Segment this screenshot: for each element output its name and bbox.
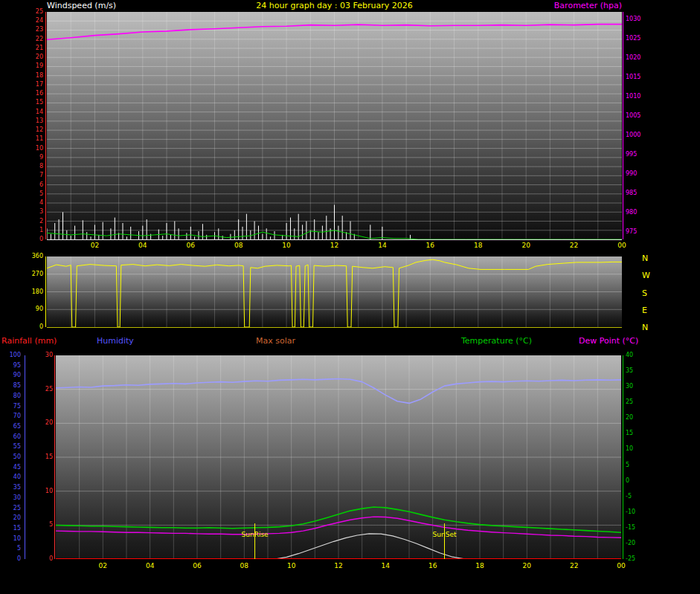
wind-barometer-chart [47, 12, 622, 239]
axis-tick-label: 7 [39, 172, 43, 178]
axis-tick-label: 20 [36, 54, 43, 60]
temperature-axis-ticks: 4035302520151050-5-10-15-20-25 [626, 355, 648, 559]
temp-humidity-chart [56, 355, 621, 559]
axis-tick-label: 14 [36, 109, 43, 115]
hour-tick-label: 20 [521, 242, 530, 249]
axis-tick-label: 975 [626, 229, 637, 235]
legend-max-solar: Max solar [256, 336, 295, 346]
axis-tick-label: 0 [17, 556, 21, 562]
sun-marker-label: SunSet [433, 531, 457, 538]
axis-tick-label: -20 [626, 540, 635, 546]
axis-tick-label: 45 [13, 465, 21, 471]
axis-tick-label: 0 [626, 478, 629, 484]
hour-tick-label: 08 [234, 242, 243, 249]
axis-tick-label: 995 [626, 152, 637, 158]
barometer-axis-title: Barometer (hpa) [47, 1, 622, 10]
axis-tick-label: -5 [626, 494, 632, 500]
axis-tick-label: 360 [32, 254, 43, 259]
compass-label-w-1: W [642, 271, 650, 280]
axis-tick-label: 270 [32, 271, 43, 277]
weather-24h-graph-screen: Windspeed (m/s) 24 hour graph day : 03 F… [0, 0, 700, 594]
hour-tick-label: 16 [428, 563, 437, 569]
compass-label-n-0: N [642, 254, 648, 262]
temperature-axis-line [623, 355, 623, 559]
hour-tick-label: 14 [382, 563, 390, 569]
compass-labels: NWSEN [642, 258, 655, 327]
axis-tick-label: 25 [13, 506, 21, 511]
axis-tick-label: 1000 [626, 132, 640, 138]
direction-axis-line [45, 256, 46, 327]
axis-tick-label: -10 [626, 509, 635, 515]
axis-tick-label: 80 [13, 393, 21, 399]
axis-tick-label: 1010 [626, 94, 640, 100]
rainfall-axis-ticks: 302520151050 [39, 355, 53, 559]
axis-tick-label: 0 [39, 236, 43, 242]
axis-tick-label: 180 [32, 289, 43, 295]
barometer-axis-ticks: 1030102510201015101010051000995990985980… [626, 12, 651, 239]
axis-tick-label: 5 [17, 546, 21, 552]
axis-tick-label: 55 [13, 444, 21, 450]
axis-tick-label: 90 [36, 306, 43, 312]
axis-tick-label: 35 [626, 368, 633, 374]
axis-tick-label: 40 [626, 352, 633, 358]
legend-temperature: Temperature (°C) [461, 336, 532, 346]
hour-tick-label: 02 [91, 242, 99, 249]
rainfall-axis-line [54, 355, 55, 559]
axis-tick-label: 1030 [626, 16, 640, 22]
axis-tick-label: 985 [626, 190, 637, 196]
axis-tick-label: 75 [13, 404, 21, 410]
axis-tick-label: 3 [39, 209, 43, 215]
axis-tick-label: -15 [626, 525, 635, 531]
axis-tick-label: 40 [13, 474, 21, 480]
axis-tick-label: 24 [36, 18, 43, 24]
axis-tick-label: 15 [45, 454, 53, 460]
compass-label-s-2: S [642, 288, 647, 297]
wind-direction-chart [47, 256, 622, 327]
axis-tick-label: 100 [10, 352, 21, 358]
hour-tick-label: 16 [426, 242, 434, 249]
direction-baseline [47, 327, 622, 328]
axis-tick-label: 0 [39, 324, 43, 330]
axis-tick-label: 25 [36, 9, 43, 15]
top-chart-hour-axis: 020406081012141618202200 [47, 242, 622, 251]
axis-tick-label: 12 [36, 127, 43, 133]
hour-tick-label: 20 [523, 563, 531, 569]
axis-tick-label: 18 [36, 73, 43, 79]
wind-direction-plot [47, 256, 622, 327]
direction-axis-ticks: 360270180900 [21, 256, 43, 327]
windspeed-axis-line [45, 12, 46, 239]
legend-humidity: Humidity [97, 336, 134, 346]
axis-tick-label: 2 [39, 219, 43, 225]
hour-tick-label: 06 [193, 563, 201, 569]
hour-tick-label: 04 [138, 242, 147, 249]
hour-tick-label: 22 [570, 563, 578, 569]
axis-tick-label: 30 [13, 495, 21, 501]
hour-tick-label: 00 [617, 563, 625, 569]
axis-tick-label: 6 [39, 182, 43, 188]
hour-tick-label: 14 [378, 242, 386, 249]
hour-tick-label: 04 [146, 563, 154, 569]
axis-tick-label: 8 [39, 164, 43, 170]
axis-tick-label: 35 [13, 485, 21, 491]
axis-tick-label: 30 [45, 352, 53, 358]
axis-tick-label: 22 [36, 36, 43, 42]
hour-tick-label: 12 [334, 563, 342, 569]
top-chart-baseline [47, 239, 622, 240]
compass-label-e-3: E [642, 306, 647, 314]
bottom-chart-hour-axis: 020406081012141618202200 [56, 563, 621, 572]
axis-tick-label: 50 [13, 454, 21, 460]
axis-tick-label: 25 [626, 399, 633, 405]
axis-tick-label: 10 [45, 488, 53, 494]
axis-tick-label: 19 [36, 63, 43, 69]
barometer-axis-line [623, 12, 623, 239]
axis-tick-label: 21 [36, 45, 43, 51]
axis-tick-label: 16 [36, 91, 43, 97]
humidity-axis-line [25, 355, 25, 559]
axis-tick-label: 17 [36, 82, 43, 88]
compass-label-n-4: N [642, 323, 648, 332]
humidity-axis-ticks: 1009590858075706560555045403530252015105… [1, 355, 21, 559]
legend-dew-point: Dew Point (°C) [579, 336, 638, 346]
axis-tick-label: 90 [13, 372, 21, 378]
axis-tick-label: 23 [36, 27, 43, 33]
axis-tick-label: 20 [13, 515, 21, 521]
